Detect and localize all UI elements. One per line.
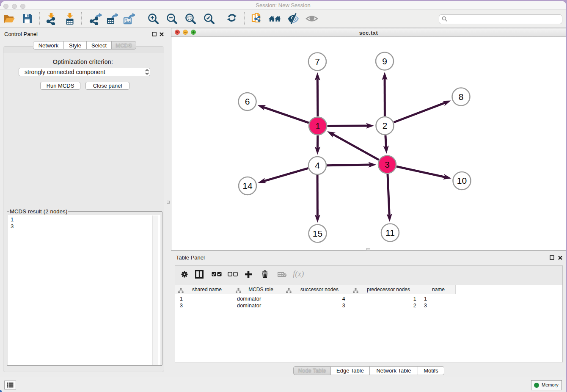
svg-text:10: 10 — [457, 176, 467, 185]
svg-text:2: 2 — [383, 121, 388, 130]
svg-text:8: 8 — [459, 92, 464, 102]
svg-text:3: 3 — [385, 160, 390, 169]
svg-text:11: 11 — [385, 228, 395, 237]
svg-text:6: 6 — [245, 97, 250, 106]
svg-text:15: 15 — [313, 229, 322, 238]
svg-text:7: 7 — [315, 57, 320, 66]
svg-text:1: 1 — [315, 121, 320, 131]
svg-text:9: 9 — [382, 56, 387, 66]
svg-text:14: 14 — [242, 181, 253, 190]
svg-text:4: 4 — [315, 160, 320, 170]
